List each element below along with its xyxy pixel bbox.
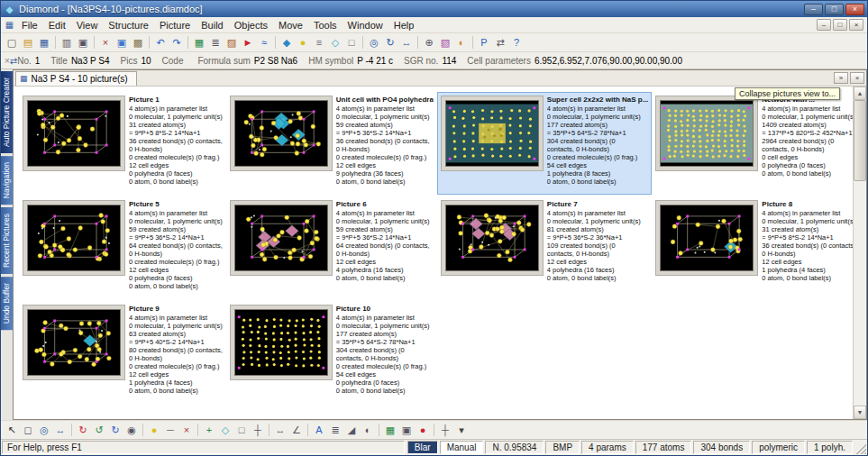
picture-thumbnail[interactable]: [234, 205, 328, 271]
picture-card[interactable]: Picture 104 atom(s) in parameter list0 m…: [226, 301, 437, 404]
picture-thumbnail[interactable]: [445, 100, 539, 167]
sidebar-tab-recent-pictures[interactable]: Recent Pictures: [1, 207, 13, 274]
rotate-y-icon[interactable]: ↺: [91, 423, 107, 438]
rotate-z-icon[interactable]: ↻: [107, 423, 123, 438]
labels-icon[interactable]: A: [311, 423, 327, 438]
bond-icon[interactable]: ≡: [311, 35, 327, 50]
colors-icon[interactable]: ▧: [437, 35, 453, 50]
picture-thumbnail[interactable]: [234, 309, 328, 376]
print-preview-icon[interactable]: ▣: [75, 35, 91, 50]
menu-item-move[interactable]: Move: [273, 19, 308, 32]
sidebar-tab-auto-picture-creator[interactable]: Auto Picture Creator: [1, 71, 13, 153]
spin-icon[interactable]: ◉: [123, 423, 140, 438]
coordination-icon[interactable]: +: [201, 423, 217, 438]
pointer-coords-icon[interactable]: ┼: [437, 423, 453, 438]
menu-item-structure[interactable]: Structure: [103, 19, 154, 32]
picture-card[interactable]: Picture 84 atom(s) in parameter list0 mo…: [652, 196, 853, 299]
chart-icon[interactable]: ≈: [256, 35, 272, 50]
collapse-pictures-button[interactable]: »: [834, 72, 848, 84]
rotate-x-icon[interactable]: ↻: [75, 423, 91, 438]
picture-thumbnail[interactable]: [27, 100, 121, 167]
menu-item-objects[interactable]: Objects: [229, 19, 273, 32]
menu-item-view[interactable]: View: [71, 19, 104, 32]
picture-card[interactable]: Picture 74 atom(s) in parameter list0 mo…: [437, 196, 653, 299]
measure-angle-icon[interactable]: ∠: [288, 423, 305, 438]
picture-card[interactable]: Unit cell with PO4 polyhedra4 atom(s) in…: [226, 92, 437, 195]
maximize-button[interactable]: □: [825, 4, 844, 15]
picture-card[interactable]: Super cell 2x2x2 with NaS p...4 atom(s) …: [437, 92, 653, 195]
open-file-icon[interactable]: ▤: [20, 35, 36, 50]
minimize-button[interactable]: –: [804, 4, 823, 15]
polyhedron-icon[interactable]: ◇: [327, 35, 343, 50]
picture-icon[interactable]: ▨: [224, 35, 240, 50]
copy-icon[interactable]: ▣: [114, 35, 130, 50]
picture-card[interactable]: Picture 54 atom(s) in parameter list0 mo…: [19, 196, 226, 299]
undo-icon[interactable]: ↶: [152, 35, 169, 50]
menu-item-window[interactable]: Window: [343, 19, 388, 32]
scrollbar-thumb[interactable]: [854, 100, 866, 181]
title-bar[interactable]: ◆ Diamond - [Na3PS4-10-pictures.diamdoc]…: [1, 1, 867, 17]
unit-cell-icon[interactable]: □: [343, 35, 360, 50]
sidebar-tab-undo-buffer[interactable]: Undo Buffer: [1, 277, 13, 330]
atom-icon[interactable]: ●: [295, 35, 311, 50]
child-close-button[interactable]: ×: [849, 19, 863, 31]
scroll-up-button[interactable]: ▲: [854, 87, 866, 100]
child-minimize-button[interactable]: –: [817, 19, 831, 31]
sidebar-tab-navigation[interactable]: Navigation: [1, 156, 13, 205]
menu-item-tools[interactable]: Tools: [308, 19, 343, 32]
document-icon[interactable]: ▦: [3, 20, 16, 30]
picture-card[interactable]: Picture 94 atom(s) in parameter list0 mo…: [19, 301, 226, 404]
child-restore-button[interactable]: □: [833, 19, 847, 31]
save-file-icon[interactable]: ▦: [36, 35, 52, 50]
data-sheet-icon[interactable]: ≣: [207, 35, 224, 50]
axes-icon[interactable]: ┼: [250, 423, 266, 438]
cell-edges-icon[interactable]: □: [233, 423, 250, 438]
paste-icon[interactable]: ▩: [130, 35, 146, 50]
picture-thumbnail[interactable]: [660, 100, 754, 167]
movie-record-icon[interactable]: ●: [415, 423, 431, 438]
picture-thumbnail[interactable]: [445, 205, 539, 271]
picture-card[interactable]: Network with ...4 atom(s) in parameter l…: [652, 92, 853, 195]
resize-grip[interactable]: [854, 441, 866, 454]
stereo-icon[interactable]: ◐: [360, 423, 376, 438]
polyhedra-mode-icon[interactable]: ◇: [217, 423, 233, 438]
scrollbar-track[interactable]: [854, 100, 866, 406]
destroy-icon[interactable]: ×: [178, 423, 195, 438]
redo-icon[interactable]: ↷: [169, 35, 185, 50]
menu-item-edit[interactable]: Edit: [43, 19, 71, 32]
cut-icon[interactable]: ×: [97, 35, 114, 50]
zoom-icon[interactable]: ◎: [366, 35, 382, 50]
menu-item-file[interactable]: File: [16, 19, 43, 32]
picture-thumbnail[interactable]: [27, 309, 121, 376]
settings-icon[interactable]: ⊕: [421, 35, 437, 50]
picture-thumbnail[interactable]: [234, 100, 328, 167]
measure-distance-icon[interactable]: ↔: [272, 423, 288, 438]
menu-item-picture[interactable]: Picture: [154, 19, 196, 32]
translate-icon[interactable]: ↔: [398, 35, 415, 50]
new-file-icon[interactable]: ▢: [4, 35, 20, 50]
picture-card[interactable]: Picture 14 atom(s) in parameter list0 mo…: [19, 92, 226, 195]
menu-item-help[interactable]: Help: [388, 19, 420, 32]
select-icon[interactable]: ↖: [4, 423, 20, 438]
picture-thumbnail[interactable]: [660, 205, 754, 271]
document-tab[interactable]: ▦ Na3 P S4 - 10 picture(s): [15, 71, 137, 86]
menu-item-build[interactable]: Build: [196, 19, 228, 32]
powder-pattern-icon[interactable]: P: [476, 35, 492, 50]
add-atom-icon[interactable]: ●: [146, 423, 162, 438]
structure-icon[interactable]: ◆: [279, 35, 295, 50]
close-pane-button[interactable]: ×: [850, 72, 864, 84]
add-bond-icon[interactable]: ─: [162, 423, 178, 438]
swap-record-icon[interactable]: ⇄: [10, 56, 17, 66]
vertical-scrollbar[interactable]: ▲ ▼: [853, 87, 866, 419]
rotate-icon[interactable]: ↻: [382, 35, 398, 50]
distances-icon[interactable]: ⇄: [492, 35, 508, 50]
close-button[interactable]: ×: [845, 4, 864, 15]
table-icon[interactable]: ▦: [191, 35, 207, 50]
pan-mode-icon[interactable]: ↔: [52, 423, 69, 438]
help-icon[interactable]: ?: [508, 35, 525, 50]
zoom-mode-icon[interactable]: ◎: [36, 423, 52, 438]
video-icon[interactable]: ►: [240, 35, 256, 50]
more-tools-icon[interactable]: ▾: [453, 423, 470, 438]
picture-thumbnail[interactable]: [27, 205, 121, 271]
legend-icon[interactable]: ≣: [327, 423, 343, 438]
